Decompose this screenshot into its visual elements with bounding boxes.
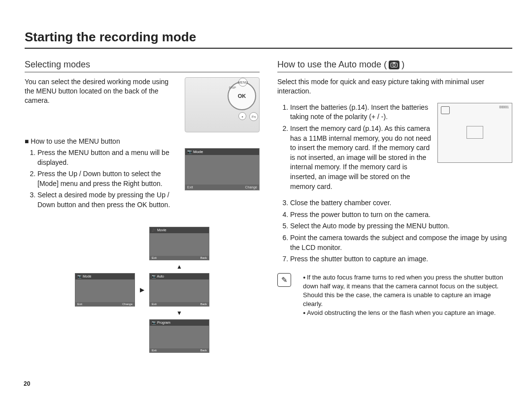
menu-step-2: Press the Up / Down button to select the…	[37, 169, 179, 188]
page-number: 20	[24, 380, 30, 387]
cascade-auto-exit: Exit	[152, 303, 157, 306]
fn-button-icon: Fn	[249, 112, 258, 121]
auto-title-suffix: )	[401, 60, 404, 70]
section-title-auto-mode: How to use the Auto mode ( )	[277, 60, 512, 72]
menu-screenshot-main: 📷 Mode Exit Change	[185, 148, 260, 190]
cascade-program-label: Program	[157, 321, 170, 324]
menu-mode-label: Mode	[193, 150, 203, 154]
lcd-focus-box-icon	[466, 126, 483, 139]
svg-point-1	[393, 64, 396, 66]
camera-icon	[389, 61, 399, 69]
lcd-counter: 00001	[499, 105, 509, 109]
cascade-program-exit: Exit	[152, 349, 157, 352]
cascade-auto-label: Auto	[157, 275, 164, 278]
cascade-movie-menu: 🎥 Movie Exit Back	[149, 227, 209, 260]
auto-step-6: Point the camera towards the subject and…	[290, 233, 512, 252]
cascade-program-back: Back	[200, 349, 207, 352]
auto-note-1: If the auto focus frame turns to red whe…	[303, 273, 512, 309]
disp-label-icon: DISP	[229, 84, 236, 92]
auto-step-2: Insert the memory card (p.14). As this c…	[290, 124, 432, 191]
auto-title-prefix: How to use the Auto mode (	[277, 60, 387, 70]
cascade-movie-exit: Exit	[152, 256, 157, 259]
cascade-movie-label: Movie	[157, 228, 166, 232]
cascade-exit-label: Exit	[77, 303, 82, 306]
menu-button-subheading: How to use the MENU button	[25, 137, 260, 145]
cascade-movie-back: Back	[200, 256, 207, 259]
menu-change-label: Change	[245, 185, 257, 189]
playback-button-icon: ▸	[238, 112, 246, 120]
menu-cascade-illustration: 📷 Mode Exit Change ▶ 🎥 Movie Exit Back	[25, 227, 260, 353]
cascade-change-label: Change	[122, 303, 133, 306]
auto-step-3: Close the battery chamber cover.	[290, 198, 512, 208]
note-icon: ✎	[277, 273, 291, 287]
lcd-preview-illustration: 00001	[437, 103, 512, 163]
svg-rect-2	[393, 62, 396, 63]
auto-mode-intro: Select this mode for quick and easy pict…	[277, 77, 512, 96]
auto-step-4: Press the power button to turn on the ca…	[290, 210, 512, 220]
page-title: Starting the recording mode	[25, 30, 512, 49]
cascade-mode-menu: 📷 Mode Exit Change	[75, 273, 135, 307]
right-arrow-icon: ▶	[140, 286, 144, 293]
auto-step-5: Select the Auto mode by pressing the MEN…	[290, 221, 512, 231]
cascade-auto-menu: 📷 Auto Exit Back	[149, 273, 209, 307]
selecting-modes-intro: You can select the desired working mode …	[25, 77, 179, 105]
menu-step-3: Select a desired mode by pressing the Up…	[37, 190, 179, 210]
right-column: How to use the Auto mode ( ) Select this…	[277, 60, 512, 353]
up-arrow-icon: ▲	[176, 263, 182, 270]
auto-note-2: Avoid obstructing the lens or the flash …	[303, 308, 512, 317]
lcd-camera-icon	[441, 106, 450, 114]
cascade-mode-label: Mode	[83, 275, 92, 278]
cascade-program-menu: 📷 Program Exit Back	[149, 319, 209, 353]
left-column: Selecting modes You can select the desir…	[25, 60, 260, 353]
menu-exit-label: Exit	[187, 185, 193, 189]
auto-step-7: Press the shutter button to capture an i…	[290, 254, 512, 264]
camera-back-illustration: OK MENU Fn ▸ DISP	[185, 77, 260, 132]
menu-step-1: Press the MENU button and a menu will be…	[37, 148, 179, 167]
menu-button-icon: MENU	[238, 78, 247, 87]
cascade-auto-back: Back	[200, 303, 207, 306]
auto-step-1: Insert the batteries (p.14). Insert the …	[290, 103, 432, 122]
down-arrow-icon: ▼	[176, 309, 182, 316]
section-title-selecting-modes: Selecting modes	[25, 60, 260, 72]
